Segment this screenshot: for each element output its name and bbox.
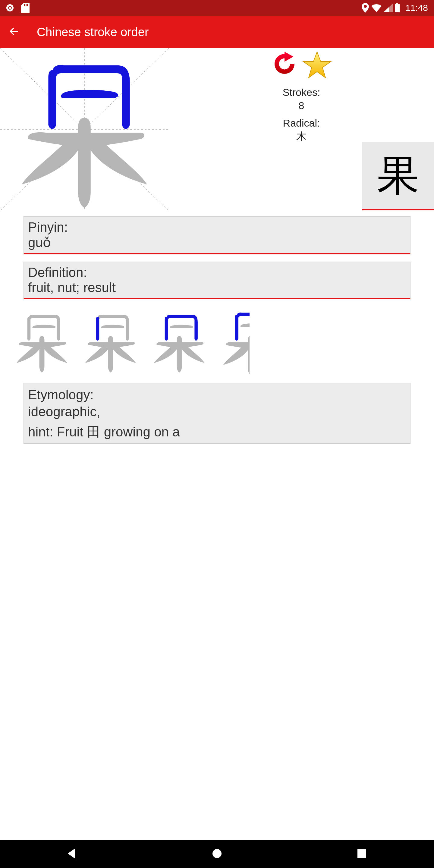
back-arrow-icon[interactable]	[8, 26, 20, 38]
nav-back-button[interactable]	[66, 847, 79, 861]
stroke-count: Strokes: 8	[169, 86, 434, 112]
svg-rect-4	[26, 4, 27, 6]
status-bar: 11:48	[0, 0, 434, 16]
location-icon	[361, 3, 369, 13]
strokes-label: Strokes:	[169, 86, 434, 99]
favorite-star-button[interactable]	[302, 50, 332, 82]
radical-label: Radical:	[169, 116, 434, 130]
etymology-hint: hint: Fruit 田 growing on a	[28, 424, 406, 440]
clock: 11:48	[405, 3, 428, 13]
definition-card[interactable]: Definition: fruit, nut; result	[24, 261, 410, 299]
nav-recent-button[interactable]	[355, 847, 368, 861]
nav-home-button[interactable]	[211, 847, 223, 861]
svg-point-12	[213, 849, 221, 858]
stroke-step-1	[10, 307, 73, 376]
svg-rect-6	[396, 3, 398, 4]
thumbnail-glyph: 果	[377, 155, 419, 197]
info-panel: Strokes: 8 Radical: 木 果	[169, 48, 434, 211]
battery-icon	[395, 3, 400, 12]
radical-value: 木	[169, 130, 434, 143]
stroke-area: Strokes: 8 Radical: 木 果	[0, 48, 434, 211]
app-bar: Chinese stroke order	[0, 16, 434, 48]
stroke-step-3	[148, 307, 211, 376]
pinyin-card[interactable]: Pinyin: guǒ	[24, 216, 410, 254]
app-title: Chinese stroke order	[37, 25, 149, 39]
cell-signal-icon	[384, 4, 393, 12]
stroke-canvas[interactable]	[0, 48, 169, 211]
navigation-bar	[0, 840, 434, 868]
stroke-step-2	[79, 307, 142, 376]
wifi-icon	[371, 4, 382, 12]
stroke-step-row[interactable]	[0, 307, 434, 376]
radical-info: Radical: 木	[169, 116, 434, 143]
svg-rect-13	[358, 849, 366, 858]
svg-rect-7	[395, 4, 400, 12]
svg-rect-5	[27, 4, 28, 6]
etymology-type: ideographic,	[28, 403, 406, 420]
record-icon	[6, 4, 14, 12]
etymology-label: Etymology:	[28, 386, 406, 403]
definition-label: Definition:	[28, 265, 406, 280]
stroke-step-4	[216, 307, 250, 376]
svg-point-2	[9, 7, 11, 9]
main-character	[0, 48, 169, 211]
pinyin-value: guǒ	[28, 235, 406, 250]
pinyin-label: Pinyin:	[28, 220, 406, 235]
character-thumbnail[interactable]: 果	[362, 142, 434, 210]
sd-card-icon	[21, 3, 30, 13]
strokes-value: 8	[169, 99, 434, 112]
replay-button[interactable]	[271, 50, 299, 82]
svg-rect-3	[24, 4, 25, 6]
definition-value: fruit, nut; result	[28, 280, 406, 295]
etymology-card[interactable]: Etymology: ideographic, hint: Fruit 田 gr…	[24, 383, 410, 444]
